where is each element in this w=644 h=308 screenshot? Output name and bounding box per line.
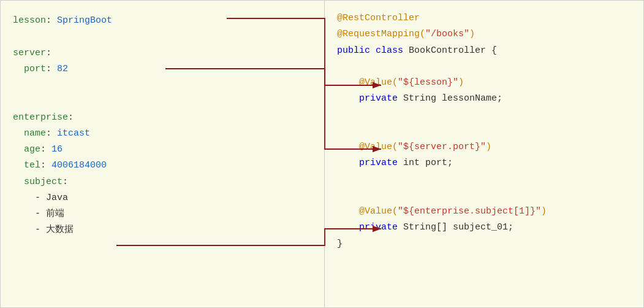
yaml-line-enterprise: enterprise: [13,110,312,126]
yaml-line-name: name: itcast [13,126,312,142]
code-line-annotation1: @RestController [337,10,634,26]
yaml-key-subject: subject [24,177,63,187]
yaml-line-server: server: [13,45,312,61]
yaml-value-tel: 4006184000 [51,160,107,171]
main-container: lesson: SpringBoot server: port: 82 ente… [0,0,644,308]
code-empty-2 [337,107,634,123]
code-line-port: private int port; [337,155,634,171]
yaml-line-java: - Java [13,190,312,206]
code-annotation-value2: @Value("${server.port}") [337,139,634,155]
code-line-class: public class BookController { [337,43,634,59]
yaml-empty-3 [13,93,312,109]
yaml-empty-2 [13,77,312,93]
code-empty-3 [337,123,634,139]
yaml-line-age: age: 16 [13,142,312,158]
yaml-list-bigdata: - 大数据 [35,225,74,235]
yaml-value-lesson: SpringBoot [57,15,112,26]
yaml-key-tel: tel [24,160,40,171]
yaml-line-frontend: - 前端 [13,206,312,222]
yaml-value-age: 16 [51,144,63,155]
yaml-line-subject: subject: [13,174,312,190]
yaml-list-java: - Java [35,193,68,203]
yaml-key-name: name [24,128,46,139]
yaml-panel: lesson: SpringBoot server: port: 82 ente… [0,0,325,308]
code-empty-4 [337,172,634,188]
yaml-line-port: port: 82 [13,61,312,77]
yaml-value-port: 82 [57,64,68,74]
yaml-key-lesson: lesson [13,15,46,26]
code-empty-1 [337,59,634,75]
code-empty-5 [337,188,634,204]
yaml-empty-1 [13,29,312,45]
yaml-line-bigdata: - 大数据 [13,222,312,238]
code-panel: @RestController @RequestMapping("/books"… [325,0,644,308]
yaml-key-enterprise: enterprise [13,112,68,123]
yaml-key-port: port [24,64,46,74]
yaml-list-frontend: - 前端 [35,209,64,219]
yaml-line-tel: tel: 4006184000 [13,158,312,174]
yaml-key-server: server [13,48,46,58]
code-line-subject01: private String[] subject_01; [337,220,634,236]
code-annotation-value1: @Value("${lesson}") [337,75,634,91]
code-annotation-value3: @Value("${enterprise.subject[1]}") [337,204,634,220]
code-line-lessonname: private String lessonName; [337,91,634,107]
code-line-close: } [337,236,634,252]
yaml-key-age: age [24,144,40,155]
yaml-value-name: itcast [57,128,90,139]
yaml-line-1: lesson: SpringBoot [13,13,312,29]
code-line-annotation2: @RequestMapping("/books") [337,26,634,42]
